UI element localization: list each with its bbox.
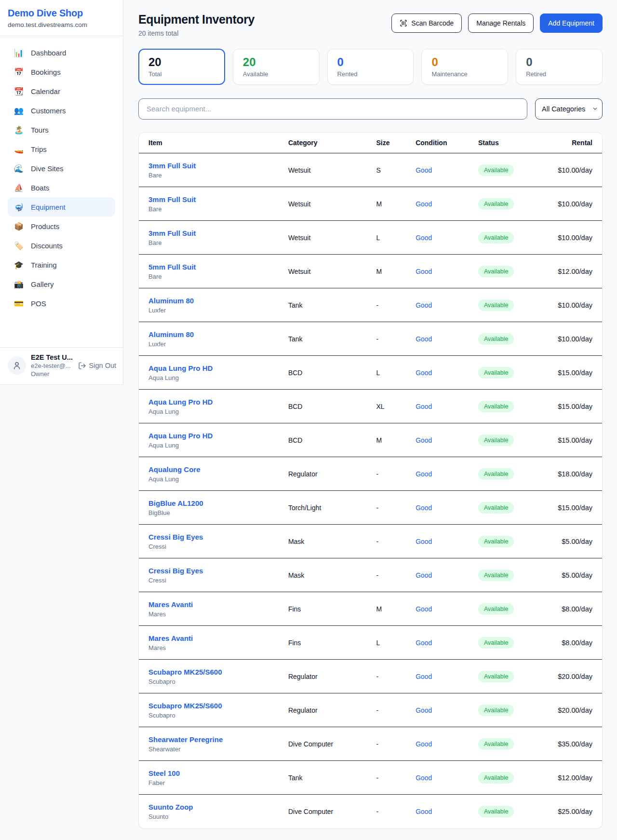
item-condition-link[interactable]: Good — [416, 774, 432, 782]
sidebar-item-gallery[interactable]: 📸 Gallery — [8, 274, 115, 294]
item-condition-link[interactable]: Good — [416, 706, 432, 714]
item-name-link[interactable]: 3mm Full Suit — [148, 229, 196, 237]
item-condition-link[interactable]: Good — [416, 673, 432, 680]
sidebar-item-customers[interactable]: 👥 Customers — [8, 101, 115, 120]
status-badge: Available — [478, 569, 514, 581]
item-rental: $35.00/day — [544, 727, 602, 761]
category-select[interactable]: All Categories — [535, 98, 603, 120]
stat-card-rented[interactable]: 0 Rented — [327, 49, 414, 85]
sidebar-item-calendar[interactable]: 📆 Calendar — [8, 81, 115, 101]
item-name-link[interactable]: Aqualung Core — [148, 465, 201, 474]
bar-chart-icon: 📊 — [13, 48, 24, 57]
col-header-status: Status — [472, 133, 544, 153]
item-rental: $8.00/day — [544, 592, 602, 626]
sidebar-item-label: Bookings — [31, 68, 61, 76]
item-name-link[interactable]: Aqua Lung Pro HD — [148, 364, 213, 372]
item-name-link[interactable]: Aqua Lung Pro HD — [148, 432, 213, 440]
item-name-link[interactable]: Mares Avanti — [148, 600, 193, 609]
table-header-row: Item Category Size Condition Status Rent… — [139, 133, 602, 153]
item-rental: $15.00/day — [544, 423, 602, 457]
sidebar-item-bookings[interactable]: 📅 Bookings — [8, 62, 115, 81]
sidebar-item-pos[interactable]: 💳 POS — [8, 294, 115, 313]
sidebar-item-trips[interactable]: 🚤 Trips — [8, 139, 115, 159]
stat-value: 20 — [243, 55, 309, 69]
item-condition-link[interactable]: Good — [416, 605, 432, 613]
sidebar-item-dive-sites[interactable]: 🌊 Dive Sites — [8, 159, 115, 178]
item-category: Fins — [282, 626, 371, 660]
item-condition-link[interactable]: Good — [416, 234, 432, 242]
stat-label: Retired — [526, 70, 592, 78]
item-name-link[interactable]: 5mm Full Suit — [148, 263, 196, 271]
sidebar-item-products[interactable]: 📦 Products — [8, 217, 115, 236]
item-name-link[interactable]: Scubapro MK25/S600 — [148, 668, 222, 676]
user-box: E2E Test U... e2e-tester@... Owner Sign … — [0, 347, 123, 384]
item-condition-link[interactable]: Good — [416, 369, 432, 377]
item-condition-link[interactable]: Good — [416, 200, 432, 208]
item-name-link[interactable]: 3mm Full Suit — [148, 162, 196, 170]
sign-out-button[interactable]: Sign Out — [78, 362, 116, 370]
item-condition-link[interactable]: Good — [416, 268, 432, 275]
item-size: M — [370, 423, 410, 457]
header-actions: Scan Barcode Manage Rentals Add Equipmen… — [391, 14, 603, 33]
item-brand: Shearwater — [148, 745, 277, 753]
stat-card-total[interactable]: 20 Total — [138, 49, 225, 85]
item-condition-link[interactable]: Good — [416, 436, 432, 444]
status-badge: Available — [478, 502, 514, 514]
page-header: Equipment Inventory 20 items total Scan … — [138, 13, 603, 37]
item-name-link[interactable]: Cressi Big Eyes — [148, 567, 203, 575]
stat-card-retired[interactable]: 0 Retired — [516, 49, 603, 85]
item-size: - — [370, 525, 410, 558]
item-category: Regulator — [282, 660, 371, 693]
stat-card-maintenance[interactable]: 0 Maintenance — [421, 49, 508, 85]
table-row: Aqualung Core Aqua Lung Regulator - Good… — [139, 457, 602, 491]
sidebar-item-boats[interactable]: ⛵ Boats — [8, 178, 115, 197]
item-category: Regulator — [282, 693, 371, 727]
item-name-link[interactable]: Suunto Zoop — [148, 803, 193, 811]
status-badge: Available — [478, 198, 514, 210]
item-condition-link[interactable]: Good — [416, 335, 432, 343]
scan-barcode-button[interactable]: Scan Barcode — [391, 14, 462, 33]
table-row: Mares Avanti Mares Fins L Good Available… — [139, 626, 602, 660]
item-name-link[interactable]: Steel 100 — [148, 769, 180, 777]
item-condition-link[interactable]: Good — [416, 639, 432, 647]
item-condition-link[interactable]: Good — [416, 808, 432, 815]
item-condition-link[interactable]: Good — [416, 571, 432, 579]
item-condition-link[interactable]: Good — [416, 740, 432, 748]
item-name-link[interactable]: Scubapro MK25/S600 — [148, 702, 222, 710]
sidebar-item-equipment[interactable]: 🤿 Equipment — [8, 197, 115, 217]
sidebar-item-training[interactable]: 🎓 Training — [8, 255, 115, 274]
item-name-link[interactable]: BigBlue AL1200 — [148, 499, 203, 507]
col-header-rental: Rental — [544, 133, 602, 153]
item-condition-link[interactable]: Good — [416, 538, 432, 545]
item-name-link[interactable]: Aqua Lung Pro HD — [148, 398, 213, 406]
add-equipment-button[interactable]: Add Equipment — [540, 14, 603, 33]
item-name-link[interactable]: 3mm Full Suit — [148, 195, 196, 203]
scan-barcode-label: Scan Barcode — [411, 19, 454, 27]
item-name-link[interactable]: Shearwater Peregrine — [148, 735, 223, 744]
sidebar-item-discounts[interactable]: 🏷️ Discounts — [8, 236, 115, 255]
item-condition-link[interactable]: Good — [416, 470, 432, 478]
sidebar-item-dashboard[interactable]: 📊 Dashboard — [8, 43, 115, 62]
item-condition-link[interactable]: Good — [416, 166, 432, 174]
item-condition-link[interactable]: Good — [416, 504, 432, 512]
item-name-link[interactable]: Cressi Big Eyes — [148, 533, 203, 541]
item-name-link[interactable]: Mares Avanti — [148, 634, 193, 642]
sidebar-item-tours[interactable]: 🏝️ Tours — [8, 120, 115, 139]
sidebar-item-label: Discounts — [31, 242, 63, 250]
item-name-link[interactable]: Aluminum 80 — [148, 297, 194, 305]
item-rental: $15.00/day — [544, 390, 602, 423]
search-input[interactable] — [138, 98, 527, 120]
item-category: Wetsuit — [282, 187, 371, 221]
manage-rentals-button[interactable]: Manage Rentals — [468, 14, 534, 33]
status-badge: Available — [478, 806, 514, 817]
item-rental: $25.00/day — [544, 795, 602, 828]
item-condition-link[interactable]: Good — [416, 403, 432, 410]
item-size: - — [370, 795, 410, 828]
table-body: 3mm Full Suit Bare Wetsuit S Good Availa… — [139, 153, 602, 828]
item-category: Tank — [282, 288, 371, 322]
shop-name: Demo Dive Shop — [8, 8, 111, 19]
stat-card-available[interactable]: 20 Available — [233, 49, 320, 85]
sidebar-header: Demo Dive Shop demo.test.divestreams.com — [0, 0, 123, 36]
item-condition-link[interactable]: Good — [416, 301, 432, 309]
item-name-link[interactable]: Aluminum 80 — [148, 330, 194, 339]
